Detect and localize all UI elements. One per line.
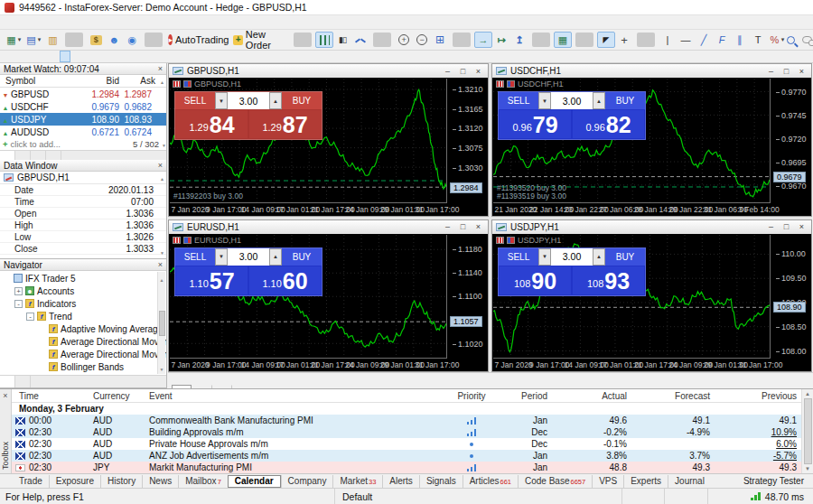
timeframe-button[interactable] [98, 51, 108, 62]
arrows-button[interactable] [767, 32, 787, 48]
navigator-tab[interactable] [0, 376, 15, 387]
volume-input[interactable]: 3.00 [228, 92, 269, 109]
sell-button[interactable]: SELL [499, 248, 538, 266]
fibonacci-button[interactable] [713, 32, 731, 48]
scroll-down-icon[interactable] [160, 246, 164, 257]
navigator-item[interactable]: + Accounts [0, 285, 166, 297]
scrollbar-thumb[interactable] [159, 311, 165, 336]
market-watch-row[interactable]: AUDUSD 0.6721 0.6724 [0, 126, 166, 138]
toolbox-tab[interactable]: Journal [668, 475, 711, 488]
deposit-button[interactable] [87, 32, 105, 48]
toolbox-tab[interactable]: History [100, 475, 142, 488]
vertical-line-button[interactable] [659, 32, 677, 48]
buy-price[interactable]: 10893 [573, 266, 644, 294]
calendar-row[interactable]: 00:00 AUD Commonwealth Bank Manufacturin… [12, 415, 813, 426]
sell-price[interactable]: 10890 [500, 266, 571, 294]
timeframe-button[interactable] [9, 51, 20, 62]
scroll-up-icon[interactable] [160, 173, 166, 182]
close-icon[interactable] [796, 67, 808, 76]
chart-window-titlebar[interactable]: USDCHF,H1 [492, 64, 811, 78]
history-center-button[interactable] [43, 32, 61, 48]
event-previous[interactable]: 6.0% [714, 439, 800, 449]
toolbox-tab[interactable]: News [142, 475, 178, 488]
navigator-item[interactable]: IFX Trader 5 [0, 272, 166, 285]
buy-button[interactable]: BUY [282, 92, 322, 109]
maximize-icon[interactable] [780, 222, 792, 231]
navigator-item[interactable]: - Trend [0, 310, 166, 322]
scroll-up-icon[interactable] [160, 273, 164, 284]
volume-increase-button[interactable] [269, 248, 282, 266]
navigator-item[interactable]: Average Directional Movement [0, 348, 166, 360]
toolbar-button[interactable] [145, 33, 163, 47]
text-button[interactable] [749, 32, 767, 48]
toolbox-tab[interactable]: Alerts [382, 475, 419, 488]
channel-button[interactable] [731, 32, 749, 48]
navigator-item[interactable]: - Indicators [0, 297, 166, 310]
event-previous[interactable]: 10.9% [714, 427, 800, 437]
timeframe-button[interactable] [47, 51, 58, 62]
toolbox-tab[interactable]: VPS [592, 475, 623, 488]
sell-price[interactable]: 0.9679 [500, 110, 571, 138]
sell-button[interactable]: SELL [175, 248, 215, 266]
market-watch-column-header[interactable]: Symbol Bid Ask [0, 75, 166, 88]
calendar-row[interactable]: 02:30 JPY Markit Manufacturing PMI Jan 4… [12, 462, 813, 473]
buy-button[interactable]: BUY [605, 248, 645, 266]
candlestick-chart-button[interactable] [333, 32, 351, 48]
timeframe-button[interactable] [22, 51, 33, 62]
add-symbol-icon[interactable] [3, 139, 11, 149]
close-icon[interactable] [472, 67, 484, 76]
timeframe-button[interactable] [110, 51, 121, 62]
close-icon[interactable] [158, 161, 163, 170]
chart-body[interactable]: EURUSD,H1 SELL 3.00 BUY 1.1057 1.1060 [169, 234, 488, 372]
toolbox-tab[interactable]: Exposure [49, 475, 100, 488]
chart-shift-button[interactable] [492, 32, 510, 48]
volume-increase-button[interactable] [593, 248, 605, 266]
toolbox-tab[interactable]: Articles661 [463, 475, 518, 488]
volume-decrease-button[interactable] [215, 92, 228, 109]
calendar-row[interactable]: 02:30 AUD Private House Approvals m/m De… [12, 438, 813, 450]
chart-body[interactable]: GBPUSD,H1 SELL 3.00 BUY 1.2984 1.2987 [169, 78, 488, 216]
toolbox-tab[interactable]: Signals [419, 475, 463, 488]
community-button[interactable] [105, 32, 123, 48]
sell-button[interactable]: SELL [175, 92, 215, 109]
time-axis[interactable]: 7 Jan 20209 Jan 17:0014 Jan 09:0017 Jan … [493, 359, 771, 370]
minimize-icon[interactable] [765, 67, 777, 76]
status-connection[interactable]: 48.70 ms [707, 489, 813, 504]
market-watch-row[interactable]: USDJPY 108.90 108.93 [0, 113, 166, 126]
volume-decrease-button[interactable] [538, 92, 551, 109]
toolbox-tab[interactable]: Trade [13, 475, 49, 488]
calendar-scrollbar[interactable] [801, 389, 813, 473]
market-watch-row[interactable]: USDCHF 0.9679 0.9682 [0, 100, 166, 113]
chart-body[interactable]: USDCHF,H1 SELL 3.00 BUY 0.9679 0.9682 [492, 78, 811, 216]
scroll-up-icon[interactable] [160, 76, 166, 86]
trendline-button[interactable] [695, 32, 713, 48]
tile-windows-button[interactable] [431, 32, 449, 48]
navigator-header[interactable]: Navigator [0, 259, 166, 271]
cursor-button[interactable] [597, 32, 615, 48]
sell-price[interactable]: 1.1057 [176, 266, 248, 294]
market-watch-row[interactable]: GBPUSD 1.2984 1.2987 [0, 88, 166, 100]
price-axis[interactable]: 1.32101.31651.31201.30751.30301.2984 [448, 79, 488, 203]
scroll-down-icon[interactable] [160, 362, 164, 373]
close-icon[interactable] [158, 260, 163, 269]
event-previous[interactable]: 49.1 [714, 415, 800, 425]
minimize-icon[interactable] [765, 222, 777, 231]
time-axis[interactable]: 21 Jan 202022 Jan 14:0023 Jan 22:0027 Ja… [493, 204, 771, 215]
chart-shift-end-button[interactable] [510, 32, 528, 48]
toolbox-tab[interactable]: Mailbox7 [178, 475, 228, 488]
toolbox-tab[interactable]: Code Base6657 [518, 475, 592, 488]
scroll-up-icon[interactable] [805, 391, 810, 397]
timeframe-button[interactable] [60, 51, 70, 62]
volume-increase-button[interactable] [593, 92, 605, 109]
maximize-icon[interactable] [457, 67, 469, 76]
sell-price[interactable]: 1.2984 [176, 110, 248, 138]
calendar-column-header[interactable]: Time Currency Event Priority Period Actu… [12, 389, 813, 403]
volume-input[interactable]: 3.00 [228, 248, 269, 266]
event-previous[interactable]: 49.3 [714, 462, 800, 472]
data-window-header[interactable]: Data Window [0, 160, 166, 172]
crosshair-button[interactable] [615, 32, 633, 48]
market-watch-header[interactable]: Market Watch: 09:07:04 [0, 63, 166, 75]
calendar-row[interactable]: 02:30 AUD ANZ Job Advertisements m/m Jan… [12, 450, 813, 462]
navigator-tab[interactable] [15, 376, 31, 387]
volume-increase-button[interactable] [269, 92, 282, 109]
